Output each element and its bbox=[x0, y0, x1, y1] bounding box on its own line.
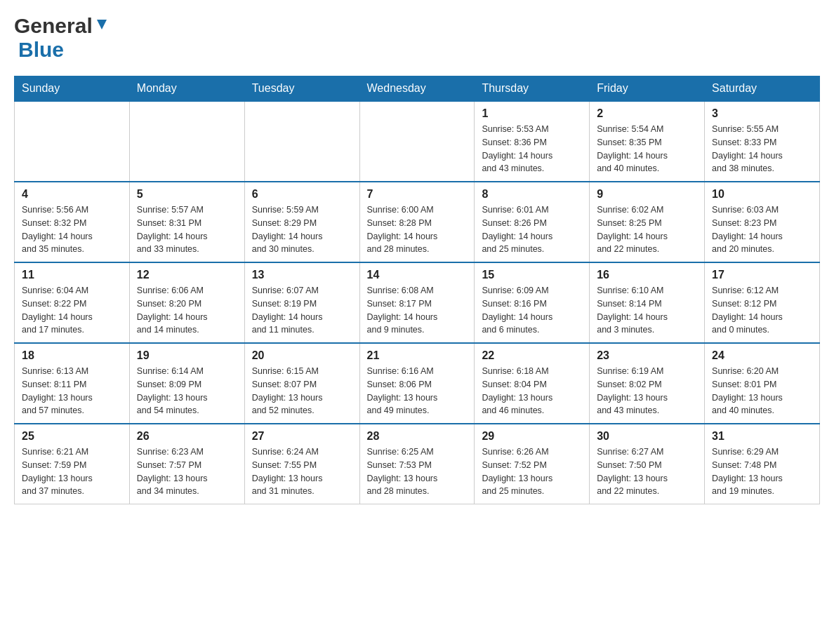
day-number: 20 bbox=[252, 349, 352, 362]
day-info: Sunrise: 6:03 AM Sunset: 8:23 PM Dayligh… bbox=[712, 203, 812, 256]
day-of-week-header: Monday bbox=[129, 76, 244, 102]
calendar-day-cell: 31Sunrise: 6:29 AM Sunset: 7:48 PM Dayli… bbox=[705, 424, 820, 504]
calendar-day-cell: 7Sunrise: 6:00 AM Sunset: 8:28 PM Daylig… bbox=[359, 182, 475, 262]
day-info: Sunrise: 6:01 AM Sunset: 8:26 PM Dayligh… bbox=[482, 203, 582, 256]
day-of-week-header: Tuesday bbox=[244, 76, 359, 102]
page-header: General Blue bbox=[14, 14, 820, 62]
day-number: 24 bbox=[712, 349, 812, 362]
day-info: Sunrise: 6:25 AM Sunset: 7:53 PM Dayligh… bbox=[367, 445, 468, 498]
calendar-day-cell: 12Sunrise: 6:06 AM Sunset: 8:20 PM Dayli… bbox=[129, 262, 244, 343]
day-number: 9 bbox=[597, 188, 697, 201]
day-number: 8 bbox=[482, 188, 582, 201]
calendar-day-cell: 10Sunrise: 6:03 AM Sunset: 8:23 PM Dayli… bbox=[705, 182, 820, 262]
calendar-day-cell: 8Sunrise: 6:01 AM Sunset: 8:26 PM Daylig… bbox=[475, 182, 590, 262]
day-info: Sunrise: 5:54 AM Sunset: 8:35 PM Dayligh… bbox=[597, 123, 697, 175]
day-number: 2 bbox=[597, 107, 697, 120]
calendar-day-cell: 27Sunrise: 6:24 AM Sunset: 7:55 PM Dayli… bbox=[244, 424, 359, 504]
day-info: Sunrise: 6:26 AM Sunset: 7:52 PM Dayligh… bbox=[482, 445, 582, 498]
logo-general-text: General bbox=[14, 14, 93, 38]
day-info: Sunrise: 6:10 AM Sunset: 8:14 PM Dayligh… bbox=[597, 284, 697, 337]
day-number: 23 bbox=[597, 349, 697, 362]
day-number: 26 bbox=[137, 430, 237, 443]
day-number: 5 bbox=[137, 188, 237, 201]
logo: General Blue bbox=[14, 14, 110, 62]
calendar-day-cell: 19Sunrise: 6:14 AM Sunset: 8:09 PM Dayli… bbox=[129, 343, 244, 424]
svg-marker-0 bbox=[97, 20, 107, 29]
calendar-week-row: 25Sunrise: 6:21 AM Sunset: 7:59 PM Dayli… bbox=[15, 424, 820, 504]
logo-arrow-icon bbox=[94, 17, 110, 35]
calendar-day-cell: 28Sunrise: 6:25 AM Sunset: 7:53 PM Dayli… bbox=[359, 424, 475, 504]
day-info: Sunrise: 6:19 AM Sunset: 8:02 PM Dayligh… bbox=[597, 365, 697, 417]
calendar-day-cell: 6Sunrise: 5:59 AM Sunset: 8:29 PM Daylig… bbox=[244, 182, 359, 262]
day-number: 27 bbox=[252, 430, 352, 443]
day-info: Sunrise: 6:09 AM Sunset: 8:16 PM Dayligh… bbox=[482, 284, 582, 337]
calendar-day-cell: 14Sunrise: 6:08 AM Sunset: 8:17 PM Dayli… bbox=[359, 262, 475, 343]
calendar-day-cell: 17Sunrise: 6:12 AM Sunset: 8:12 PM Dayli… bbox=[705, 262, 820, 343]
day-info: Sunrise: 6:21 AM Sunset: 7:59 PM Dayligh… bbox=[22, 445, 122, 498]
day-number: 1 bbox=[482, 107, 582, 120]
day-number: 22 bbox=[482, 349, 582, 362]
calendar-day-cell: 23Sunrise: 6:19 AM Sunset: 8:02 PM Dayli… bbox=[590, 343, 705, 424]
day-info: Sunrise: 6:02 AM Sunset: 8:25 PM Dayligh… bbox=[597, 203, 697, 256]
calendar-day-cell: 3Sunrise: 5:55 AM Sunset: 8:33 PM Daylig… bbox=[705, 101, 820, 182]
calendar-header-row: SundayMondayTuesdayWednesdayThursdayFrid… bbox=[15, 76, 820, 102]
day-number: 28 bbox=[367, 430, 468, 443]
day-of-week-header: Wednesday bbox=[359, 76, 475, 102]
calendar-day-cell: 13Sunrise: 6:07 AM Sunset: 8:19 PM Dayli… bbox=[244, 262, 359, 343]
day-info: Sunrise: 5:59 AM Sunset: 8:29 PM Dayligh… bbox=[252, 203, 352, 256]
day-info: Sunrise: 5:56 AM Sunset: 8:32 PM Dayligh… bbox=[22, 203, 122, 256]
day-info: Sunrise: 6:07 AM Sunset: 8:19 PM Dayligh… bbox=[252, 284, 352, 337]
day-info: Sunrise: 6:24 AM Sunset: 7:55 PM Dayligh… bbox=[252, 445, 352, 498]
day-info: Sunrise: 6:06 AM Sunset: 8:20 PM Dayligh… bbox=[137, 284, 237, 337]
calendar-day-cell: 29Sunrise: 6:26 AM Sunset: 7:52 PM Dayli… bbox=[475, 424, 590, 504]
day-info: Sunrise: 6:20 AM Sunset: 8:01 PM Dayligh… bbox=[712, 365, 812, 417]
calendar-day-cell: 25Sunrise: 6:21 AM Sunset: 7:59 PM Dayli… bbox=[15, 424, 130, 504]
day-info: Sunrise: 6:29 AM Sunset: 7:48 PM Dayligh… bbox=[712, 445, 812, 498]
day-number: 15 bbox=[482, 269, 582, 281]
day-info: Sunrise: 5:53 AM Sunset: 8:36 PM Dayligh… bbox=[482, 123, 582, 175]
day-number: 13 bbox=[252, 269, 352, 281]
calendar-day-cell: 5Sunrise: 5:57 AM Sunset: 8:31 PM Daylig… bbox=[129, 182, 244, 262]
day-number: 4 bbox=[22, 188, 122, 201]
day-info: Sunrise: 6:04 AM Sunset: 8:22 PM Dayligh… bbox=[22, 284, 122, 337]
day-info: Sunrise: 6:12 AM Sunset: 8:12 PM Dayligh… bbox=[712, 284, 812, 337]
day-number: 30 bbox=[597, 430, 697, 443]
day-of-week-header: Sunday bbox=[15, 76, 130, 102]
day-number: 29 bbox=[482, 430, 582, 443]
day-number: 31 bbox=[712, 430, 812, 443]
calendar-week-row: 4Sunrise: 5:56 AM Sunset: 8:32 PM Daylig… bbox=[15, 182, 820, 262]
day-info: Sunrise: 5:55 AM Sunset: 8:33 PM Dayligh… bbox=[712, 123, 812, 175]
day-number: 7 bbox=[367, 188, 468, 201]
day-of-week-header: Friday bbox=[590, 76, 705, 102]
calendar-day-cell: 9Sunrise: 6:02 AM Sunset: 8:25 PM Daylig… bbox=[590, 182, 705, 262]
calendar-day-cell bbox=[129, 101, 244, 182]
calendar-day-cell: 11Sunrise: 6:04 AM Sunset: 8:22 PM Dayli… bbox=[15, 262, 130, 343]
calendar-day-cell: 4Sunrise: 5:56 AM Sunset: 8:32 PM Daylig… bbox=[15, 182, 130, 262]
logo-blue-text: Blue bbox=[18, 38, 64, 61]
calendar-day-cell: 16Sunrise: 6:10 AM Sunset: 8:14 PM Dayli… bbox=[590, 262, 705, 343]
calendar-day-cell: 2Sunrise: 5:54 AM Sunset: 8:35 PM Daylig… bbox=[590, 101, 705, 182]
calendar-day-cell: 18Sunrise: 6:13 AM Sunset: 8:11 PM Dayli… bbox=[15, 343, 130, 424]
calendar-day-cell bbox=[359, 101, 475, 182]
calendar-day-cell: 22Sunrise: 6:18 AM Sunset: 8:04 PM Dayli… bbox=[475, 343, 590, 424]
calendar-day-cell: 24Sunrise: 6:20 AM Sunset: 8:01 PM Dayli… bbox=[705, 343, 820, 424]
day-info: Sunrise: 6:00 AM Sunset: 8:28 PM Dayligh… bbox=[367, 203, 468, 256]
calendar-day-cell: 30Sunrise: 6:27 AM Sunset: 7:50 PM Dayli… bbox=[590, 424, 705, 504]
day-number: 10 bbox=[712, 188, 812, 201]
day-number: 14 bbox=[367, 269, 468, 281]
day-info: Sunrise: 6:15 AM Sunset: 8:07 PM Dayligh… bbox=[252, 365, 352, 417]
calendar-day-cell: 20Sunrise: 6:15 AM Sunset: 8:07 PM Dayli… bbox=[244, 343, 359, 424]
day-of-week-header: Thursday bbox=[475, 76, 590, 102]
calendar-day-cell: 1Sunrise: 5:53 AM Sunset: 8:36 PM Daylig… bbox=[475, 101, 590, 182]
calendar-day-cell bbox=[244, 101, 359, 182]
day-info: Sunrise: 5:57 AM Sunset: 8:31 PM Dayligh… bbox=[137, 203, 237, 256]
day-number: 12 bbox=[137, 269, 237, 281]
day-info: Sunrise: 6:27 AM Sunset: 7:50 PM Dayligh… bbox=[597, 445, 697, 498]
day-number: 16 bbox=[597, 269, 697, 281]
day-info: Sunrise: 6:23 AM Sunset: 7:57 PM Dayligh… bbox=[137, 445, 237, 498]
day-info: Sunrise: 6:08 AM Sunset: 8:17 PM Dayligh… bbox=[367, 284, 468, 337]
day-number: 25 bbox=[22, 430, 122, 443]
day-number: 6 bbox=[252, 188, 352, 201]
calendar-week-row: 11Sunrise: 6:04 AM Sunset: 8:22 PM Dayli… bbox=[15, 262, 820, 343]
day-info: Sunrise: 6:18 AM Sunset: 8:04 PM Dayligh… bbox=[482, 365, 582, 417]
